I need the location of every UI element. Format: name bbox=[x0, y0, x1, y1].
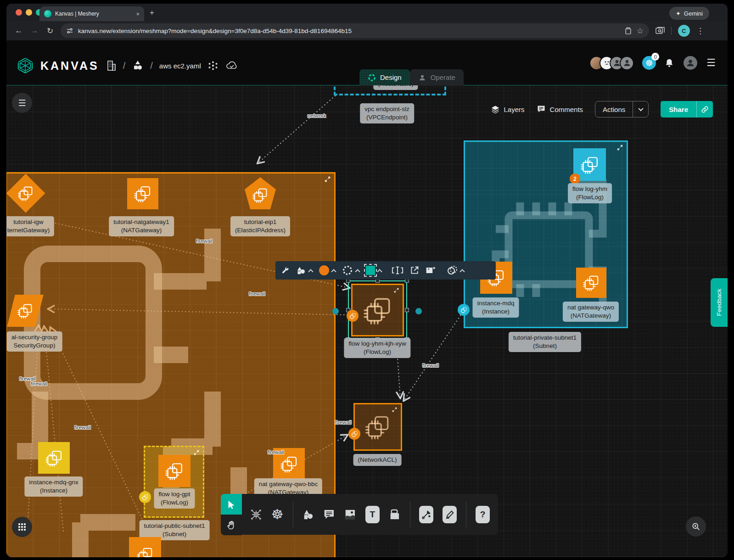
organization-icon[interactable] bbox=[106, 60, 117, 72]
edge-pen-tool-icon[interactable] bbox=[419, 506, 433, 523]
pan-tool-button[interactable] bbox=[221, 515, 242, 535]
collapse-icon[interactable] bbox=[194, 450, 199, 455]
chrome-profile-avatar[interactable]: C bbox=[678, 25, 690, 37]
chrome-menu-icon[interactable]: ⋮ bbox=[696, 26, 704, 36]
opacity-picker[interactable] bbox=[447, 265, 464, 275]
node-tutorial-natgateway1[interactable] bbox=[127, 178, 158, 209]
gemini-button[interactable]: ✦ Gemini bbox=[669, 7, 709, 20]
collapse-icon[interactable] bbox=[392, 407, 397, 412]
components-dock-icon[interactable] bbox=[250, 508, 262, 521]
designs-icon[interactable] bbox=[132, 60, 144, 72]
hand-icon bbox=[226, 520, 236, 530]
tab-close-icon[interactable]: × bbox=[136, 11, 140, 17]
minimize-window-button[interactable] bbox=[26, 9, 32, 16]
address-bar[interactable]: kanvas.new/extension/meshmap?mode=design… bbox=[61, 23, 649, 38]
copy-link-button[interactable] bbox=[696, 101, 713, 118]
actions-button[interactable]: Actions bbox=[595, 101, 649, 118]
dashed-circle-icon bbox=[342, 265, 353, 276]
new-tab-button[interactable]: + bbox=[150, 8, 154, 17]
kanvas-logo[interactable] bbox=[17, 57, 34, 74]
cloud-sync-icon[interactable] bbox=[225, 60, 239, 71]
resize-handle[interactable] bbox=[405, 308, 409, 312]
kanvas-wordmark: KANVAS bbox=[40, 59, 99, 73]
design-canvas[interactable]: ☰ Layers Comments Actions Share bbox=[6, 85, 728, 557]
comment-tool-icon[interactable] bbox=[323, 508, 335, 521]
collaborator-avatar[interactable] bbox=[620, 56, 634, 70]
feedback-tab[interactable]: Feedback bbox=[711, 278, 728, 327]
chevron-up-icon bbox=[459, 269, 465, 274]
notifications-bell-icon[interactable] bbox=[664, 57, 674, 68]
collapse-icon[interactable] bbox=[394, 288, 399, 293]
design-file-name[interactable]: aws ec2.yaml bbox=[159, 62, 201, 70]
select-tool-button[interactable] bbox=[221, 494, 242, 515]
comments-button[interactable]: Comments bbox=[537, 105, 583, 114]
node-flow-log-yhm-badge[interactable]: 2 bbox=[570, 174, 580, 184]
node-flow-log-yhm-kjh-xyw-label: flow log-yhm-kjh-xyw(FlowLog) bbox=[344, 338, 410, 358]
back-button[interactable]: ← bbox=[11, 26, 27, 35]
edge-label-firewall: firewall bbox=[31, 381, 47, 386]
close-window-button[interactable] bbox=[16, 9, 22, 16]
add-image-icon[interactable] bbox=[426, 266, 436, 275]
collaborator-avatars[interactable] bbox=[589, 56, 634, 70]
browser-tab[interactable]: Kanvas | Meshery × bbox=[39, 6, 144, 21]
layers-button[interactable]: Layers bbox=[491, 105, 525, 114]
kubernetes-dock-icon[interactable]: ☸ bbox=[271, 506, 284, 522]
sparkle-icon: ✦ bbox=[676, 10, 681, 17]
text-tool-icon[interactable]: T bbox=[365, 506, 380, 523]
rename-icon[interactable] bbox=[392, 266, 403, 275]
node-nat-gateway-qwo[interactable] bbox=[576, 268, 606, 298]
url-text[interactable]: kanvas.new/extension/meshmap?mode=design… bbox=[78, 28, 620, 34]
configure-wrench-icon[interactable] bbox=[281, 266, 290, 275]
frame-tool-icon[interactable] bbox=[389, 508, 401, 521]
apps-grid-button[interactable] bbox=[12, 517, 32, 537]
edge-label-firewall: firewall bbox=[249, 291, 265, 297]
kubernetes-context-switcher[interactable]: ☸ 0 bbox=[642, 56, 656, 70]
border-style-picker[interactable] bbox=[342, 265, 359, 276]
node-vpc-endpoint-label[interactable]: vpc endpoint-slz(VPCEndpoint) bbox=[360, 103, 414, 123]
open-external-icon[interactable] bbox=[410, 266, 419, 275]
chip-icon bbox=[142, 494, 149, 501]
node-flow-log-gpt[interactable] bbox=[158, 455, 191, 487]
fill-color-picker[interactable] bbox=[319, 265, 336, 275]
node-tutorial-eip1-label: tutorial-eip1(ElasticIPAddress) bbox=[230, 216, 290, 236]
node-security-group-label: al-security-groupSecurityGroup) bbox=[7, 331, 62, 352]
connection-port[interactable] bbox=[332, 308, 339, 314]
node-handle[interactable] bbox=[139, 491, 151, 503]
window-controls[interactable] bbox=[16, 9, 42, 16]
chip-icon bbox=[460, 307, 467, 314]
site-settings-icon[interactable] bbox=[66, 27, 73, 34]
node-networkacl[interactable] bbox=[353, 403, 402, 451]
subnet-connection-handle[interactable] bbox=[458, 304, 470, 316]
shape-picker[interactable] bbox=[296, 266, 313, 275]
collapse-icon[interactable] bbox=[617, 145, 623, 151]
app-menu-icon[interactable]: ☰ bbox=[706, 57, 716, 69]
connection-port[interactable] bbox=[415, 308, 422, 314]
magnifier-icon bbox=[691, 522, 700, 531]
zoom-search-button[interactable] bbox=[686, 516, 706, 537]
forward-button[interactable]: → bbox=[27, 26, 42, 35]
node-clipped-bottom[interactable] bbox=[129, 537, 161, 557]
tab-operate[interactable]: Operate bbox=[410, 69, 464, 85]
bookmark-star-icon[interactable]: ☆ bbox=[637, 26, 644, 36]
tab-search-icon[interactable] bbox=[656, 27, 665, 35]
save-icon[interactable] bbox=[624, 27, 632, 35]
share-button[interactable]: Share bbox=[661, 101, 713, 118]
divider bbox=[671, 27, 672, 35]
tab-design[interactable]: Design bbox=[359, 69, 410, 85]
visibility-icon[interactable] bbox=[207, 60, 219, 71]
canvas-menu-button[interactable]: ☰ bbox=[12, 93, 32, 113]
media-tool-icon[interactable] bbox=[344, 508, 356, 521]
shapes-tool-icon[interactable] bbox=[303, 508, 314, 521]
design-tab-label: Design bbox=[380, 73, 402, 81]
reload-button[interactable]: ↻ bbox=[42, 26, 58, 36]
user-avatar[interactable] bbox=[683, 55, 698, 71]
freehand-draw-tool-icon[interactable] bbox=[443, 506, 457, 523]
actions-dropdown[interactable] bbox=[633, 101, 648, 117]
selection-color-picker[interactable] bbox=[366, 266, 381, 275]
node-instance-mdq-gnx[interactable] bbox=[38, 442, 70, 474]
node-handle[interactable] bbox=[347, 310, 359, 322]
node-handle[interactable] bbox=[348, 428, 360, 440]
help-button[interactable]: ? bbox=[476, 506, 490, 523]
collapse-icon[interactable] bbox=[325, 176, 331, 182]
node-flow-log-yhm-kjh-xyw[interactable] bbox=[351, 284, 404, 336]
